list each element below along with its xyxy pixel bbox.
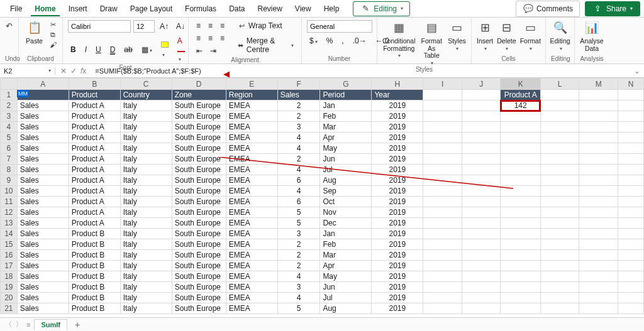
cell[interactable]: Product B [69,250,120,261]
cell[interactable] [423,133,462,143]
accept-formula-icon[interactable]: ✓ [70,67,77,75]
tab-page-layout[interactable]: Page Layout [124,2,179,16]
cell[interactable]: Italy [120,229,172,239]
cell[interactable]: Product B [69,282,120,293]
cell[interactable]: Apr [320,133,372,143]
cell[interactable] [579,239,618,250]
cut-icon[interactable]: ✂ [48,20,57,29]
cell[interactable]: 2019 [372,133,423,143]
cell[interactable] [501,197,541,207]
paste-button[interactable]: 📋 Paste [24,20,45,45]
tab-insert[interactable]: Insert [62,2,94,16]
cell[interactable] [501,218,541,229]
format-cells-button[interactable]: ▭ Format▾ [520,20,541,52]
cell[interactable]: EMEA [226,282,277,293]
fx-icon[interactable]: fx [80,67,86,75]
cell[interactable]: EMEA [226,303,277,314]
align-top-icon[interactable]: ≡ [194,20,203,31]
cell[interactable] [423,250,462,261]
row-header[interactable]: 8 [1,165,18,175]
border-button[interactable]: ▦▾ [139,44,155,55]
row-header[interactable]: 3 [1,111,18,122]
cell[interactable]: Year [372,90,423,100]
cell[interactable]: Apr [320,261,372,271]
cell[interactable] [540,282,579,293]
cell[interactable]: Zone [172,90,226,100]
row-header[interactable]: 17 [1,261,18,271]
cell[interactable]: 2019 [372,229,423,239]
cell[interactable] [618,207,643,218]
cell[interactable]: EMEA [226,218,277,229]
cell[interactable]: South Europe [172,122,226,133]
font-name-select[interactable] [68,20,131,33]
cell[interactable]: Sales [17,197,69,207]
cell[interactable] [462,90,501,100]
cell[interactable]: South Europe [172,154,226,165]
col-K[interactable]: K [501,79,541,90]
add-sheet-icon[interactable]: + [71,320,84,330]
delete-cells-button[interactable]: ⊟ Delete▾ [497,20,516,52]
row-header[interactable]: 9 [1,175,18,186]
cell[interactable]: May [320,271,372,282]
cell[interactable]: Sales [17,293,69,303]
cell[interactable] [462,100,501,111]
cell[interactable]: May [320,143,372,154]
cell[interactable] [501,122,541,133]
cell[interactable]: Italy [120,143,172,154]
cell[interactable] [618,239,643,250]
cell[interactable] [618,100,643,111]
table-row[interactable]: 2SalesProduct AItalySouth EuropeEMEA2Jan… [1,100,644,111]
share-button[interactable]: ⇪ Share ▾ [585,1,640,16]
cell[interactable] [501,282,541,293]
col-B[interactable]: B [69,79,120,90]
cell[interactable]: 2019 [372,261,423,271]
cell[interactable] [618,133,643,143]
cell[interactable] [423,154,462,165]
cell[interactable] [501,229,541,239]
cell[interactable]: Product A [69,111,120,122]
cell[interactable]: South Europe [172,303,226,314]
col-E[interactable]: E [226,79,277,90]
cell[interactable]: 2019 [372,207,423,218]
row-header[interactable]: 11 [1,197,18,207]
cell[interactable] [501,143,541,154]
cell[interactable]: Jan [320,229,372,239]
cell[interactable]: Italy [120,175,172,186]
cell[interactable]: 2 [277,239,320,250]
cell[interactable] [540,100,579,111]
cell[interactable]: 3 [277,122,320,133]
cell[interactable]: Italy [120,271,172,282]
col-G[interactable]: G [320,79,372,90]
cell[interactable]: 4 [277,165,320,175]
cell[interactable]: EMEA [226,261,277,271]
col-A[interactable]: A [17,79,69,90]
cell[interactable]: EMEA [226,122,277,133]
cell[interactable] [579,133,618,143]
cell[interactable]: Sales [17,111,69,122]
cell[interactable] [618,165,643,175]
table-row[interactable]: 3SalesProduct AItalySouth EuropeEMEA2Feb… [1,111,644,122]
cell[interactable] [618,186,643,197]
cell[interactable]: Mar [320,250,372,261]
cell[interactable]: Product A [69,197,120,207]
cell[interactable]: 2019 [372,122,423,133]
undo-icon[interactable]: ↶ [5,20,13,31]
cell[interactable]: EMEA [226,207,277,218]
row-header[interactable]: 7 [1,154,18,165]
cell[interactable] [540,90,579,100]
cell[interactable] [462,303,501,314]
cell[interactable]: Sales [17,218,69,229]
cell[interactable]: Dec [320,218,372,229]
cell[interactable]: EMEA [226,271,277,282]
cell[interactable] [501,165,541,175]
cell[interactable] [501,133,541,143]
cell[interactable]: 142 [501,100,541,111]
cell[interactable] [462,229,501,239]
cell[interactable] [501,261,541,271]
cell[interactable] [423,282,462,293]
cell[interactable] [618,282,643,293]
cell[interactable]: Jul [320,293,372,303]
cell[interactable]: 2019 [372,111,423,122]
cell[interactable] [501,250,541,261]
col-F[interactable]: F [277,79,320,90]
